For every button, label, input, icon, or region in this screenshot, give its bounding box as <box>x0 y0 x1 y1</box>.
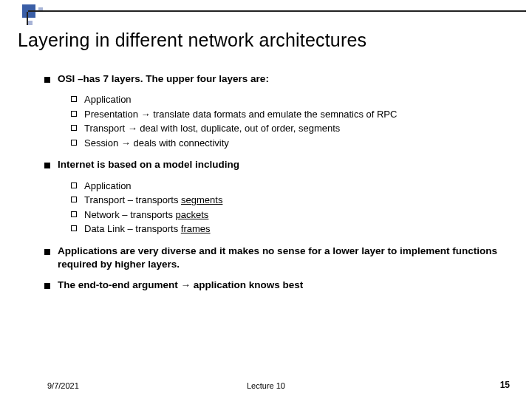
hollow-square-icon <box>71 208 84 222</box>
sub-bullet-text: Data Link – transports frames <box>84 222 511 236</box>
bullet-text: OSI –has 7 layers. The upper four layers… <box>58 72 511 86</box>
bullet-level1: OSI –has 7 layers. The upper four layers… <box>44 72 511 86</box>
sub-bullet-text: Application <box>84 180 511 193</box>
sub-bullet-text: Session → deals with connectivity <box>84 137 511 150</box>
hollow-square-icon <box>71 137 84 150</box>
bullet-level2: Data Link – transports frames <box>71 222 511 236</box>
hollow-square-icon <box>71 108 84 121</box>
square-bullet-icon <box>44 245 58 271</box>
square-bullet-icon <box>44 279 58 292</box>
sub-bullet-text: Transport – transports segments <box>84 194 511 207</box>
hollow-square-icon <box>71 122 84 135</box>
slide-title: Layering in different network architectu… <box>18 30 366 51</box>
sub-bullet-group: ApplicationTransport – transports segmen… <box>71 180 511 236</box>
square-bullet-icon <box>44 72 58 86</box>
footer-page-number: 15 <box>500 380 510 390</box>
square-bullet-icon <box>44 158 58 171</box>
sub-bullet-text: Presentation → translate data formats an… <box>84 108 511 121</box>
sub-bullet-text: Transport → deal with lost, duplicate, o… <box>84 122 511 135</box>
sub-bullet-group: ApplicationPresentation → translate data… <box>71 93 511 149</box>
bullet-level2: Transport → deal with lost, duplicate, o… <box>71 122 511 135</box>
footer-center: Lecture 10 <box>0 381 532 390</box>
hollow-square-icon <box>71 194 84 207</box>
sub-bullet-text: Application <box>84 93 511 106</box>
bullet-level2: Application <box>71 93 511 106</box>
bullet-level1: Internet is based on a model including <box>44 158 511 171</box>
hollow-square-icon <box>71 180 84 193</box>
vertical-rule-stub <box>27 12 28 25</box>
bullet-level2: Application <box>71 180 511 193</box>
bullet-text: Internet is based on a model including <box>58 158 511 171</box>
bullet-text: Applications are very diverse and it mak… <box>58 245 511 271</box>
slide-footer: 9/7/2021 Lecture 10 15 <box>0 378 532 390</box>
bullet-level2: Transport – transports segments <box>71 194 511 207</box>
sub-bullet-text: Network – transports packets <box>84 208 511 222</box>
hollow-square-icon <box>71 222 84 236</box>
bullet-level2: Network – transports packets <box>71 208 511 222</box>
bullet-level2: Presentation → translate data formats an… <box>71 108 511 121</box>
horizontal-rule <box>28 10 526 12</box>
bullet-level1: The end-to-end argument → application kn… <box>44 279 511 292</box>
bullet-text: The end-to-end argument → application kn… <box>58 279 511 292</box>
bullet-level1: Applications are very diverse and it mak… <box>44 245 511 271</box>
bullet-level2: Session → deals with connectivity <box>71 137 511 150</box>
slide-body: OSI –has 7 layers. The upper four layers… <box>44 72 511 299</box>
hollow-square-icon <box>71 93 84 106</box>
